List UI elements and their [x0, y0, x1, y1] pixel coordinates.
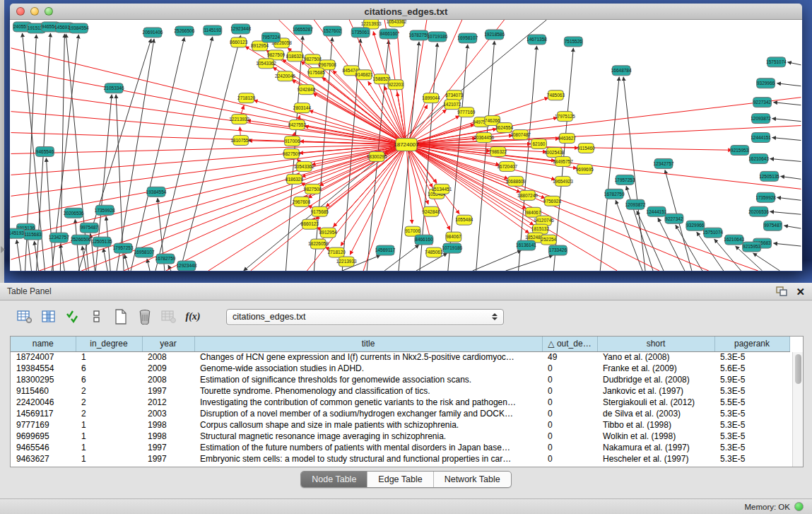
network-edge[interactable] [774, 103, 801, 105]
network-node[interactable]: 25266506 [71, 235, 91, 245]
table-row[interactable]: 1830029562008Estimation of significance … [11, 374, 789, 385]
network-node[interactable]: 19384554 [146, 187, 167, 197]
tab-network-table[interactable]: Network Table [434, 472, 511, 487]
network-node[interactable]: 12213933 [336, 257, 357, 267]
network-node[interactable]: 7515526 [564, 37, 582, 47]
network-node[interactable]: 19384554 [69, 23, 89, 33]
table-vertical-scrollbar[interactable] [792, 352, 803, 467]
network-node[interactable]: 16958107 [457, 33, 478, 43]
table-cell[interactable]: Franke et al. (2009) [597, 363, 714, 374]
network-edge[interactable] [180, 35, 241, 271]
table-cell[interactable]: Dudbridge et al. (2008) [597, 374, 714, 385]
network-node[interactable]: 18226058 [308, 239, 329, 249]
table-cell[interactable]: 6 [76, 363, 142, 374]
network-edge[interactable] [124, 145, 406, 271]
network-node[interactable]: 18807249 [517, 190, 538, 200]
network-node[interactable]: 21053346 [104, 83, 124, 93]
network-node[interactable]: 9242848 [422, 206, 440, 216]
network-node[interactable]: 9115460 [577, 144, 595, 153]
table-cell[interactable]: 5.9E-5 [714, 374, 789, 385]
network-node[interactable]: 9756928 [543, 196, 562, 206]
column-header-in_degree[interactable]: in_degree [76, 337, 142, 351]
network-node[interactable]: 1899044 [422, 93, 440, 103]
table-cell[interactable]: 2 [76, 397, 142, 408]
network-node[interactable]: 10543362 [256, 59, 276, 69]
float-panel-icon[interactable] [776, 286, 787, 296]
network-node[interactable]: 10807487 [510, 130, 531, 140]
network-node[interactable]: 2718120 [237, 93, 256, 103]
network-node[interactable]: 19218586 [484, 30, 505, 40]
new-table-button[interactable] [110, 306, 131, 327]
network-edge[interactable] [770, 158, 801, 161]
table-selector-dropdown[interactable]: citations_edges.txt [226, 309, 504, 325]
network-node[interactable]: 15751074 [702, 228, 723, 238]
network-edge[interactable] [310, 110, 406, 144]
network-node[interactable]: 12342757 [654, 158, 674, 168]
network-node[interactable]: 10655287 [293, 25, 313, 35]
table-cell[interactable]: 6 [76, 374, 142, 385]
network-node[interactable]: 9215953 [743, 242, 761, 252]
network-node[interactable]: 15751074 [766, 57, 787, 67]
network-edge[interactable] [772, 138, 801, 141]
table-cell[interactable]: Investigating the contribution of common… [194, 397, 542, 408]
table-cell[interactable]: 5.5E-5 [714, 397, 789, 408]
network-edge[interactable] [124, 255, 129, 271]
network-node[interactable]: 1735061 [351, 28, 370, 37]
network-node[interactable]: 2803144 [293, 103, 312, 113]
table-cell[interactable]: 0 [542, 453, 597, 465]
column-header-pagerank[interactable]: pagerank [714, 337, 789, 351]
network-edge[interactable] [46, 158, 53, 271]
network-node[interactable]: 16210643 [748, 153, 769, 163]
network-node[interactable]: 20206536 [748, 206, 769, 216]
table-cell[interactable]: Tibbo et al. (1998) [597, 419, 714, 431]
table-cell[interactable]: Jankovic et al. (1997) [597, 385, 714, 397]
table-cell[interactable]: Nakamura et al. (1997) [597, 442, 714, 453]
table-cell[interactable]: 1998 [142, 419, 194, 431]
network-node[interactable]: 10543362 [387, 20, 407, 27]
network-edge[interactable] [28, 235, 32, 271]
network-node[interactable]: 8427552 [288, 120, 307, 130]
network-node[interactable]: 25266506 [174, 26, 194, 36]
table-cell[interactable]: 0 [542, 419, 597, 431]
network-node[interactable]: 9175685 [307, 68, 326, 78]
table-row[interactable]: 911546021997Tourette syndrome. Phenomeno… [11, 385, 789, 397]
network-node[interactable]: 12505135 [759, 171, 779, 181]
network-node[interactable]: 1527602 [323, 26, 341, 36]
network-node[interactable]: 16720407 [497, 161, 517, 171]
close-panel-icon[interactable]: ✕ [796, 286, 805, 297]
network-node[interactable]: 7986322 [489, 146, 507, 156]
table-cell[interactable]: 5.3E-5 [714, 442, 789, 453]
network-edge[interactable] [11, 112, 406, 145]
table-cell[interactable]: 1 [76, 442, 142, 453]
network-node[interactable]: 2718120 [328, 247, 346, 257]
network-node[interactable]: 9463627 [558, 134, 577, 144]
table-cell[interactable]: 14569117 [11, 408, 76, 419]
network-node[interactable]: 9227342 [665, 214, 683, 223]
table-cell[interactable]: 9115460 [11, 385, 76, 397]
table-cell[interactable]: 49 [542, 351, 597, 363]
network-edge[interactable] [774, 243, 801, 246]
table-cell[interactable]: 1997 [142, 453, 194, 465]
network-node[interactable]: 22420046 [275, 71, 295, 81]
network-node[interactable]: 18300295 [367, 151, 387, 161]
network-node[interactable]: 7957224 [262, 33, 281, 42]
table-cell[interactable]: 2009 [142, 363, 194, 374]
table-cell[interactable]: 18724007 [11, 351, 76, 363]
network-node[interactable]: 922203 [388, 80, 404, 90]
network-node[interactable]: 17359928 [755, 192, 776, 202]
table-cell[interactable]: 22420046 [11, 397, 76, 408]
table-row[interactable]: 946362711997Embryonic stem cells: a mode… [11, 453, 789, 465]
network-node[interactable]: 8660123 [230, 37, 248, 47]
table-cell[interactable]: 9699695 [11, 431, 76, 442]
network-node[interactable]: 984067 [446, 232, 461, 242]
table-cell[interactable]: 5.6E-5 [714, 363, 789, 374]
table-cell[interactable]: 5.3E-5 [714, 453, 789, 465]
table-cell[interactable]: 2008 [142, 351, 194, 363]
table-cell[interactable]: Estimation of the future numbers of pati… [194, 442, 542, 453]
table-cell[interactable]: 0 [542, 431, 597, 442]
column-header-out_de[interactable]: △ out_de… [542, 337, 597, 351]
table-cell[interactable]: 1997 [142, 385, 194, 397]
table-row[interactable]: 1938455462009Genome-wide association stu… [11, 363, 789, 374]
table-cell[interactable]: 0 [542, 385, 597, 397]
network-node[interactable]: 9227342 [753, 98, 772, 107]
